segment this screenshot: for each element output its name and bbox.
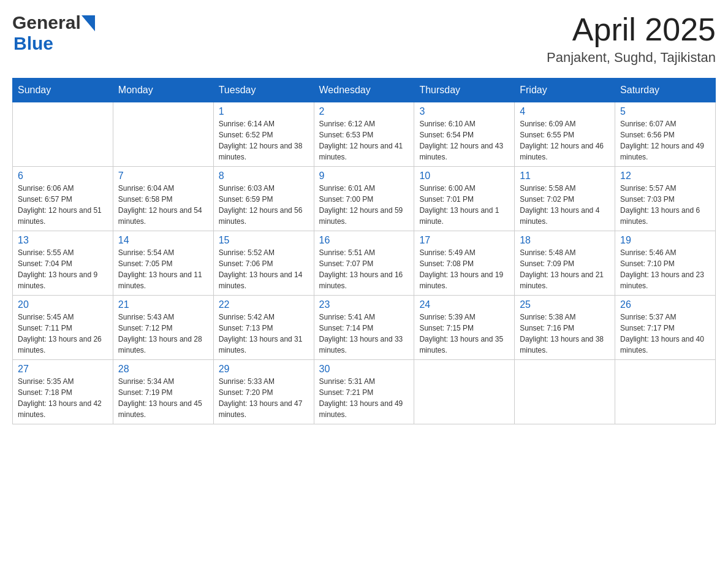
title-block: April 2025 Panjakent, Sughd, Tajikistan <box>547 12 716 66</box>
day-number: 27 <box>18 364 108 375</box>
calendar-cell: 1Sunrise: 6:14 AMSunset: 6:52 PMDaylight… <box>213 102 314 167</box>
logo-triangle-icon <box>82 15 95 31</box>
svg-marker-0 <box>82 15 95 31</box>
day-info: Sunrise: 5:48 AMSunset: 7:09 PMDaylight:… <box>520 247 610 291</box>
day-info: Sunrise: 6:06 AMSunset: 6:57 PMDaylight:… <box>18 183 108 227</box>
day-number: 19 <box>620 235 710 246</box>
day-number: 21 <box>118 299 208 310</box>
calendar-cell: 17Sunrise: 5:49 AMSunset: 7:08 PMDayligh… <box>414 231 515 296</box>
calendar-day-header: Wednesday <box>314 79 414 102</box>
day-info: Sunrise: 5:55 AMSunset: 7:04 PMDaylight:… <box>18 247 108 291</box>
day-info: Sunrise: 5:49 AMSunset: 7:08 PMDaylight:… <box>419 247 509 291</box>
day-number: 12 <box>620 170 710 182</box>
day-number: 10 <box>419 170 509 182</box>
calendar-cell <box>13 102 113 167</box>
calendar-cell: 4Sunrise: 6:09 AMSunset: 6:55 PMDaylight… <box>515 102 615 167</box>
day-info: Sunrise: 5:46 AMSunset: 7:10 PMDaylight:… <box>620 247 710 291</box>
calendar-cell <box>515 360 615 424</box>
day-number: 24 <box>419 299 509 310</box>
calendar-week-row: 13Sunrise: 5:55 AMSunset: 7:04 PMDayligh… <box>13 231 716 296</box>
day-info: Sunrise: 5:43 AMSunset: 7:12 PMDaylight:… <box>118 312 208 356</box>
calendar-cell: 22Sunrise: 5:42 AMSunset: 7:13 PMDayligh… <box>213 296 314 360</box>
calendar-day-header: Tuesday <box>213 79 314 102</box>
calendar-cell: 5Sunrise: 6:07 AMSunset: 6:56 PMDaylight… <box>615 102 716 167</box>
calendar-cell <box>113 102 213 167</box>
logo: General Blue <box>12 12 96 54</box>
day-info: Sunrise: 5:54 AMSunset: 7:05 PMDaylight:… <box>118 247 208 291</box>
day-number: 13 <box>18 235 108 246</box>
calendar-week-row: 27Sunrise: 5:35 AMSunset: 7:18 PMDayligh… <box>13 360 716 424</box>
calendar-cell: 8Sunrise: 6:03 AMSunset: 6:59 PMDaylight… <box>213 167 314 231</box>
day-number: 16 <box>319 235 409 246</box>
calendar-day-header: Friday <box>515 79 615 102</box>
day-number: 23 <box>319 299 409 310</box>
calendar-cell <box>414 360 515 424</box>
day-info: Sunrise: 5:57 AMSunset: 7:03 PMDaylight:… <box>620 183 710 227</box>
logo-blue-text: Blue <box>13 33 53 53</box>
calendar-cell: 6Sunrise: 6:06 AMSunset: 6:57 PMDaylight… <box>13 167 113 231</box>
calendar-cell: 9Sunrise: 6:01 AMSunset: 7:00 PMDaylight… <box>314 167 414 231</box>
calendar-cell: 29Sunrise: 5:33 AMSunset: 7:20 PMDayligh… <box>213 360 314 424</box>
day-info: Sunrise: 6:10 AMSunset: 6:54 PMDaylight:… <box>419 118 509 163</box>
day-info: Sunrise: 5:52 AMSunset: 7:06 PMDaylight:… <box>219 247 309 291</box>
day-info: Sunrise: 5:38 AMSunset: 7:16 PMDaylight:… <box>520 312 610 356</box>
calendar-table: SundayMondayTuesdayWednesdayThursdayFrid… <box>12 78 716 424</box>
calendar-cell: 10Sunrise: 6:00 AMSunset: 7:01 PMDayligh… <box>414 167 515 231</box>
calendar-header-row: SundayMondayTuesdayWednesdayThursdayFrid… <box>13 79 716 102</box>
day-number: 14 <box>118 235 208 246</box>
calendar-day-header: Monday <box>113 79 213 102</box>
calendar-day-header: Saturday <box>615 79 716 102</box>
calendar-cell: 21Sunrise: 5:43 AMSunset: 7:12 PMDayligh… <box>113 296 213 360</box>
day-info: Sunrise: 6:03 AMSunset: 6:59 PMDaylight:… <box>219 183 309 227</box>
day-info: Sunrise: 5:42 AMSunset: 7:13 PMDaylight:… <box>219 312 309 356</box>
page-header: General Blue April 2025 Panjakent, Sughd… <box>12 12 716 66</box>
calendar-cell: 27Sunrise: 5:35 AMSunset: 7:18 PMDayligh… <box>13 360 113 424</box>
day-number: 9 <box>319 170 409 182</box>
calendar-cell <box>615 360 716 424</box>
day-number: 7 <box>118 170 208 182</box>
day-number: 17 <box>419 235 509 246</box>
calendar-cell: 3Sunrise: 6:10 AMSunset: 6:54 PMDaylight… <box>414 102 515 167</box>
day-info: Sunrise: 5:33 AMSunset: 7:20 PMDaylight:… <box>219 376 309 420</box>
day-info: Sunrise: 5:31 AMSunset: 7:21 PMDaylight:… <box>319 376 409 420</box>
day-number: 28 <box>118 364 208 375</box>
day-number: 26 <box>620 299 710 310</box>
day-number: 20 <box>18 299 108 310</box>
day-info: Sunrise: 5:34 AMSunset: 7:19 PMDaylight:… <box>118 376 208 420</box>
day-number: 5 <box>620 106 710 117</box>
day-number: 30 <box>319 364 409 375</box>
day-number: 3 <box>419 106 509 117</box>
day-info: Sunrise: 6:09 AMSunset: 6:55 PMDaylight:… <box>520 118 610 163</box>
calendar-cell: 12Sunrise: 5:57 AMSunset: 7:03 PMDayligh… <box>615 167 716 231</box>
calendar-day-header: Sunday <box>13 79 113 102</box>
calendar-cell: 30Sunrise: 5:31 AMSunset: 7:21 PMDayligh… <box>314 360 414 424</box>
day-number: 8 <box>219 170 309 182</box>
calendar-cell: 24Sunrise: 5:39 AMSunset: 7:15 PMDayligh… <box>414 296 515 360</box>
day-info: Sunrise: 6:12 AMSunset: 6:53 PMDaylight:… <box>319 118 409 163</box>
calendar-cell: 19Sunrise: 5:46 AMSunset: 7:10 PMDayligh… <box>615 231 716 296</box>
calendar-week-row: 1Sunrise: 6:14 AMSunset: 6:52 PMDaylight… <box>13 102 716 167</box>
calendar-cell: 20Sunrise: 5:45 AMSunset: 7:11 PMDayligh… <box>13 296 113 360</box>
day-number: 29 <box>219 364 309 375</box>
calendar-week-row: 20Sunrise: 5:45 AMSunset: 7:11 PMDayligh… <box>13 296 716 360</box>
calendar-cell: 25Sunrise: 5:38 AMSunset: 7:16 PMDayligh… <box>515 296 615 360</box>
day-info: Sunrise: 6:04 AMSunset: 6:58 PMDaylight:… <box>118 183 208 227</box>
day-info: Sunrise: 5:35 AMSunset: 7:18 PMDaylight:… <box>18 376 108 420</box>
day-number: 25 <box>520 299 610 310</box>
day-info: Sunrise: 5:37 AMSunset: 7:17 PMDaylight:… <box>620 312 710 356</box>
day-info: Sunrise: 5:41 AMSunset: 7:14 PMDaylight:… <box>319 312 409 356</box>
calendar-cell: 28Sunrise: 5:34 AMSunset: 7:19 PMDayligh… <box>113 360 213 424</box>
day-info: Sunrise: 5:58 AMSunset: 7:02 PMDaylight:… <box>520 183 610 227</box>
day-number: 2 <box>319 106 409 117</box>
calendar-day-header: Thursday <box>414 79 515 102</box>
day-info: Sunrise: 5:39 AMSunset: 7:15 PMDaylight:… <box>419 312 509 356</box>
logo-general-text: General <box>12 12 81 33</box>
calendar-cell: 16Sunrise: 5:51 AMSunset: 7:07 PMDayligh… <box>314 231 414 296</box>
day-info: Sunrise: 6:07 AMSunset: 6:56 PMDaylight:… <box>620 118 710 163</box>
day-info: Sunrise: 6:01 AMSunset: 7:00 PMDaylight:… <box>319 183 409 227</box>
day-number: 1 <box>219 106 309 117</box>
day-info: Sunrise: 5:45 AMSunset: 7:11 PMDaylight:… <box>18 312 108 356</box>
calendar-cell: 26Sunrise: 5:37 AMSunset: 7:17 PMDayligh… <box>615 296 716 360</box>
location-title: Panjakent, Sughd, Tajikistan <box>547 50 716 66</box>
calendar-cell: 11Sunrise: 5:58 AMSunset: 7:02 PMDayligh… <box>515 167 615 231</box>
